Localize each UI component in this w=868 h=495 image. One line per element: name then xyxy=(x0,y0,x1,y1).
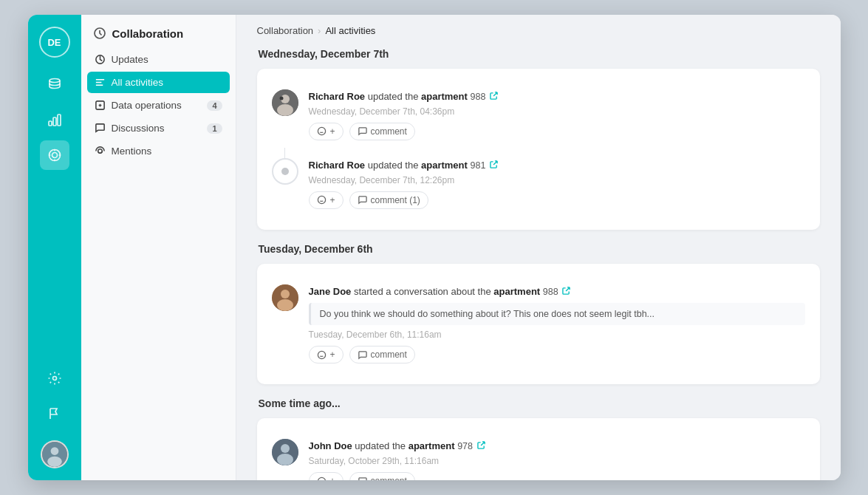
main-content: Collaboration › All activities Wednesday… xyxy=(236,15,841,480)
activity-actions: + comment xyxy=(309,123,805,140)
activity-user: Jane Doe xyxy=(309,286,352,297)
activity-card-tue: Jane Doe started a conversation about th… xyxy=(257,264,820,385)
activity-body: Richard Roe updated the apartment 988 xyxy=(309,89,805,140)
svg-point-16 xyxy=(279,97,283,100)
activity-object-num: 988 xyxy=(470,92,485,102)
activity-object-num: 978 xyxy=(457,441,473,451)
activity-text: Richard Roe updated the apartment 988 xyxy=(309,89,805,104)
svg-point-26 xyxy=(318,477,325,480)
emoji-icon xyxy=(317,126,327,136)
activity-body: Richard Roe updated the apartment 981 xyxy=(309,158,805,209)
activity-object-num: 988 xyxy=(543,287,558,297)
sidebar-mentions-label: Mentions xyxy=(112,146,152,157)
date-section-wed: Wednesday, December 7th xyxy=(257,48,820,230)
collaboration-nav-icon[interactable] xyxy=(40,140,69,170)
sidebar-activities-label: All activities xyxy=(112,77,164,88)
avatar xyxy=(272,284,298,311)
report-nav-icon[interactable] xyxy=(40,399,69,429)
activity-body: John Doe updated the apartment 978 xyxy=(309,439,805,480)
emoji-icon xyxy=(317,477,327,481)
sidebar-item-all-activities[interactable]: All activities xyxy=(87,72,230,93)
data-ops-badge: 4 xyxy=(207,100,222,111)
activity-object: apartment xyxy=(493,286,540,297)
sidebar-title-text: Collaboration xyxy=(112,27,184,40)
comment-icon xyxy=(358,126,367,136)
external-link-icon[interactable] xyxy=(490,92,498,100)
user-avatar-button[interactable]: DE xyxy=(39,27,70,58)
sidebar-updates-label: Updates xyxy=(112,54,148,65)
table-row: Jane Doe started a conversation about th… xyxy=(272,277,805,372)
discussions-badge: 1 xyxy=(207,123,222,134)
activity-text: Richard Roe updated the apartment 981 xyxy=(309,158,805,173)
svg-point-8 xyxy=(47,457,62,467)
react-button[interactable]: + xyxy=(309,346,344,363)
activity-user: Richard Roe xyxy=(309,91,366,102)
activity-card-wed: Richard Roe updated the apartment 988 xyxy=(257,69,820,230)
emoji-icon xyxy=(317,195,327,205)
activity-object: apartment xyxy=(409,440,455,451)
avatar xyxy=(272,89,298,116)
activity-time: Saturday, October 29th, 11:16am xyxy=(309,456,805,466)
quote-box: Do you think we should do something abou… xyxy=(309,303,805,325)
activity-actions: + comment (1) xyxy=(309,191,805,209)
external-link-icon[interactable] xyxy=(490,160,498,168)
activity-user: Richard Roe xyxy=(309,160,366,171)
svg-point-15 xyxy=(277,104,293,116)
sidebar: Collaboration Updates All activities xyxy=(81,15,236,480)
activity-actions: + comment xyxy=(309,346,805,363)
svg-point-24 xyxy=(281,444,290,453)
svg-point-5 xyxy=(52,377,56,380)
svg-point-0 xyxy=(49,79,60,83)
breadcrumb-parent[interactable]: Collaboration xyxy=(257,25,314,36)
date-section-old: Some time ago... John Doe xyxy=(257,397,820,480)
breadcrumb: Collaboration › All activities xyxy=(236,15,841,36)
table-row: Richard Roe updated the apartment 981 xyxy=(272,148,805,216)
sidebar-item-mentions[interactable]: Mentions xyxy=(87,140,230,162)
avatar xyxy=(272,158,298,185)
collaboration-header-icon xyxy=(93,27,106,40)
comment-button[interactable]: comment (1) xyxy=(349,191,428,209)
activity-object: apartment xyxy=(421,91,468,102)
react-button[interactable]: + xyxy=(309,191,344,209)
icon-bar: DE xyxy=(28,15,81,480)
external-link-icon[interactable] xyxy=(477,441,485,449)
sidebar-item-updates[interactable]: Updates xyxy=(87,49,230,70)
discussions-icon xyxy=(95,123,106,134)
emoji-icon xyxy=(317,350,327,360)
react-button[interactable]: + xyxy=(309,123,344,140)
svg-point-25 xyxy=(277,454,293,465)
activity-object: apartment xyxy=(421,160,468,171)
settings-nav-icon[interactable] xyxy=(40,363,69,393)
avatar xyxy=(272,439,298,465)
comment-icon xyxy=(358,477,367,481)
chart-nav-icon[interactable] xyxy=(40,105,69,134)
date-label-old: Some time ago... xyxy=(257,397,820,409)
external-link-icon[interactable] xyxy=(562,287,570,295)
sidebar-item-data-operations[interactable]: Data operations 4 xyxy=(87,95,230,116)
activity-body: Jane Doe started a conversation about th… xyxy=(309,284,805,364)
sidebar-data-ops-label: Data operations xyxy=(112,100,182,111)
svg-point-4 xyxy=(49,150,60,161)
activity-card-old: John Doe updated the apartment 978 xyxy=(257,418,820,480)
comment-button[interactable]: comment xyxy=(349,346,415,363)
activity-object-num: 981 xyxy=(470,160,485,171)
table-row: Richard Roe updated the apartment 988 xyxy=(272,82,805,148)
breadcrumb-separator: › xyxy=(318,25,321,36)
sidebar-title: Collaboration xyxy=(81,15,236,46)
react-button[interactable]: + xyxy=(309,472,344,480)
comment-button[interactable]: comment xyxy=(349,472,415,480)
sidebar-item-discussions[interactable]: Discussions 1 xyxy=(87,117,230,139)
svg-point-18 xyxy=(318,196,325,203)
activity-text: John Doe updated the apartment 978 xyxy=(309,439,805,454)
svg-point-21 xyxy=(277,299,293,311)
comment-button[interactable]: comment xyxy=(349,123,415,140)
database-nav-icon[interactable] xyxy=(40,69,69,99)
data-operations-icon xyxy=(95,100,106,111)
activity-time: Wednesday, December 7th, 04:36pm xyxy=(309,106,805,117)
bottom-user-avatar[interactable] xyxy=(41,440,69,468)
breadcrumb-current: All activities xyxy=(325,25,375,36)
content-area[interactable]: Wednesday, December 7th xyxy=(236,36,841,480)
all-activities-icon xyxy=(95,77,106,88)
date-section-tue: Tuesday, December 6th Jane Do xyxy=(257,243,820,385)
comment-icon xyxy=(358,195,367,205)
